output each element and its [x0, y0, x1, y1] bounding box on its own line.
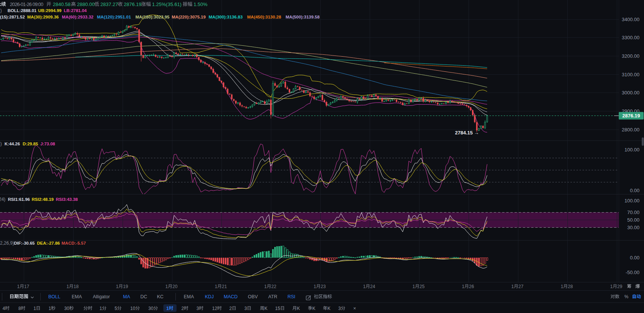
svg-text:MA(180):3023.95: MA(180):3023.95 [135, 15, 170, 19]
svg-text:2840.58: 2840.58 [53, 2, 71, 7]
svg-text:1: 1 [363, 284, 366, 289]
svg-text:26: 26 [469, 284, 474, 289]
svg-text:30: 30 [64, 306, 69, 311]
svg-text:DEA:-27.86: DEA:-27.86 [37, 241, 60, 245]
svg-text:MA(220):3075.19: MA(220):3075.19 [172, 15, 206, 19]
svg-text:2876.19: 2876.19 [124, 2, 141, 7]
svg-text:MA(120):2951.01: MA(120):2951.01 [97, 15, 131, 19]
svg-text:K: K [264, 306, 267, 311]
svg-text:2: 2 [229, 306, 232, 311]
svg-text:K: K [297, 306, 300, 311]
svg-text:1: 1 [610, 284, 613, 289]
svg-text:3100.00: 3100.00 [622, 72, 639, 77]
svg-text:RSI1:61.96: RSI1:61.96 [8, 197, 30, 202]
svg-text:1: 1 [462, 284, 464, 289]
svg-text:22: 22 [271, 284, 277, 289]
svg-text:29: 29 [617, 284, 622, 289]
svg-text:BOLL: BOLL [48, 294, 60, 299]
svg-text:KDJ: KDJ [205, 294, 214, 299]
svg-text:28: 28 [568, 284, 573, 289]
svg-text:1: 1 [34, 306, 36, 311]
svg-text:0.00: 0.00 [630, 255, 639, 261]
svg-text:12: 12 [212, 306, 217, 311]
svg-text:2837.27: 2837.27 [100, 2, 118, 7]
svg-text:KC: KC [157, 294, 163, 299]
svg-text:19: 19 [123, 284, 128, 289]
svg-text:3: 3 [338, 306, 341, 311]
svg-text:1: 1 [215, 284, 217, 289]
svg-text:24: 24 [370, 284, 375, 289]
svg-text:DC: DC [140, 294, 147, 299]
svg-text:2026-01-26 09:00: 2026-01-26 09:00 [10, 2, 43, 7]
svg-text:%: % [624, 294, 629, 299]
svg-text:3400.00: 3400.00 [622, 17, 639, 22]
svg-text:2: 2 [181, 306, 184, 311]
svg-text:MACD:-5.57: MACD:-5.57 [61, 241, 86, 245]
svg-text:2784.15 →: 2784.15 → [455, 130, 479, 136]
svg-text:15: 15 [275, 306, 280, 311]
svg-text:30: 30 [148, 306, 154, 311]
svg-text:OBV: OBV [248, 294, 258, 299]
svg-text:5: 5 [115, 306, 117, 311]
svg-text:1: 1 [561, 284, 563, 289]
svg-text:1: 1 [165, 284, 168, 289]
svg-text:24): 24) [0, 197, 5, 202]
svg-text:17: 17 [24, 284, 29, 289]
svg-text:1: 1 [49, 306, 51, 311]
svg-text:100.00: 100.00 [624, 198, 639, 204]
svg-text:3000.00: 3000.00 [622, 90, 639, 96]
svg-text:MA(500):3139.58: MA(500):3139.58 [286, 15, 320, 19]
svg-text:3200.00: 3200.00 [622, 53, 639, 59]
svg-text:1: 1 [314, 284, 316, 289]
svg-text:MA(300):3136.83: MA(300):3136.83 [209, 15, 243, 19]
svg-text:2800.00: 2800.00 [622, 127, 639, 133]
svg-text:(15):2871.52: (15):2871.52 [0, 15, 25, 19]
svg-text:EMA: EMA [72, 294, 82, 299]
svg-text:27: 27 [518, 284, 524, 289]
svg-text:3): 3) [0, 141, 2, 146]
svg-text:MA: MA [123, 294, 130, 299]
svg-text:EMA: EMA [184, 294, 194, 299]
svg-text:8: 8 [18, 306, 21, 311]
svg-text:4: 4 [3, 306, 5, 311]
svg-text:1.25%(35.61): 1.25%(35.61) [152, 2, 181, 7]
svg-text:RSI3:43.38: RSI3:43.38 [56, 197, 78, 202]
svg-text:K: K [312, 306, 315, 311]
svg-text:1.50%: 1.50% [194, 2, 207, 7]
svg-text:1: 1 [264, 284, 267, 289]
svg-text:ATR: ATR [268, 294, 277, 299]
svg-text:1: 1 [116, 284, 118, 289]
svg-text:10: 10 [130, 306, 135, 311]
svg-text:23: 23 [321, 284, 326, 289]
svg-text:2): 2) [0, 8, 2, 13]
svg-text:1: 1 [511, 284, 514, 289]
svg-text:3: 3 [244, 306, 247, 311]
svg-text:MACD: MACD [224, 294, 238, 299]
svg-text:1: 1 [166, 306, 169, 311]
svg-text:100.00: 100.00 [624, 147, 639, 153]
svg-text:21: 21 [222, 284, 227, 289]
svg-text:J:73.08: J:73.08 [40, 142, 55, 146]
svg-text:MA(450):3130.28: MA(450):3130.28 [247, 15, 281, 19]
svg-text:3: 3 [197, 306, 199, 311]
svg-text:UB:2994.99: UB:2994.99 [38, 8, 61, 13]
svg-text:D:29.85: D:29.85 [23, 142, 38, 146]
svg-text:2880.00: 2880.00 [77, 2, 95, 7]
svg-text:-50.00: -50.00 [626, 270, 639, 275]
svg-text:DIF:-30.65: DIF:-30.65 [14, 241, 35, 245]
svg-text:25: 25 [420, 284, 425, 289]
svg-text:50.00: 50.00 [627, 217, 639, 223]
svg-text:18: 18 [74, 284, 79, 289]
svg-text:MA(30):2909.36: MA(30):2909.36 [27, 15, 59, 19]
svg-text:RSI: RSI [287, 294, 295, 299]
svg-text:1: 1 [100, 306, 102, 311]
svg-text:2876.19: 2876.19 [622, 113, 640, 119]
svg-text:LB:2781.04: LB:2781.04 [64, 8, 87, 13]
svg-text:Alligator: Alligator [93, 294, 110, 299]
svg-text:2,26,9): 2,26,9) [0, 241, 14, 246]
svg-text:RSI2:48.19: RSI2:48.19 [32, 197, 54, 202]
svg-text:K: K [327, 306, 330, 311]
svg-text:1: 1 [17, 284, 20, 289]
svg-text:20: 20 [172, 284, 178, 289]
svg-text:K:44.26: K:44.26 [5, 142, 20, 146]
